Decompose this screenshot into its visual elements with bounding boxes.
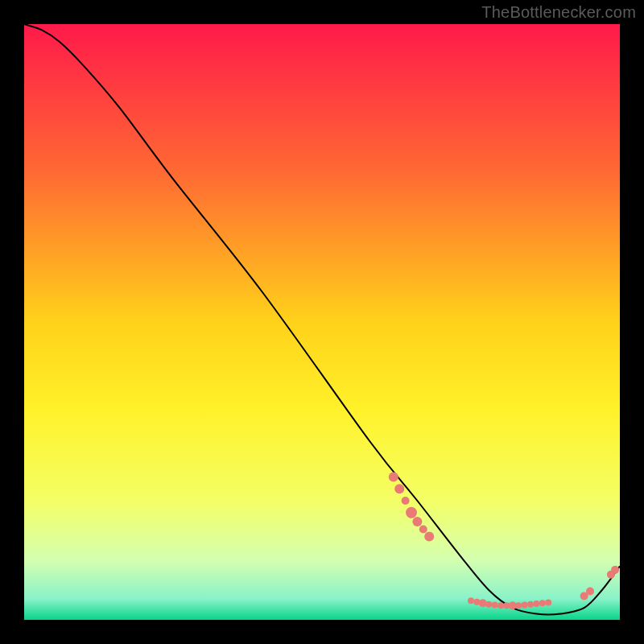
data-marker: [497, 602, 504, 609]
data-marker: [533, 601, 539, 607]
data-marker: [492, 602, 498, 609]
gradient-background: [24, 24, 620, 620]
data-marker: [394, 484, 404, 493]
data-marker: [527, 601, 534, 608]
data-marker: [479, 599, 487, 607]
plot-area: [24, 24, 620, 620]
data-marker: [522, 602, 528, 609]
data-marker: [611, 566, 619, 574]
data-marker: [412, 517, 422, 526]
data-marker: [419, 526, 427, 534]
data-marker: [485, 601, 492, 608]
attribution-text: TheBottlenecker.com: [481, 3, 636, 22]
chart-stage: TheBottlenecker.com: [0, 0, 644, 644]
data-marker: [389, 472, 398, 481]
data-marker: [406, 507, 417, 518]
data-marker: [539, 600, 546, 606]
data-marker: [424, 531, 434, 541]
data-marker: [402, 497, 410, 505]
bottleneck-chart: [24, 24, 620, 620]
data-marker: [545, 600, 551, 606]
data-marker: [515, 602, 522, 609]
data-marker: [468, 597, 474, 604]
data-marker: [586, 587, 594, 595]
